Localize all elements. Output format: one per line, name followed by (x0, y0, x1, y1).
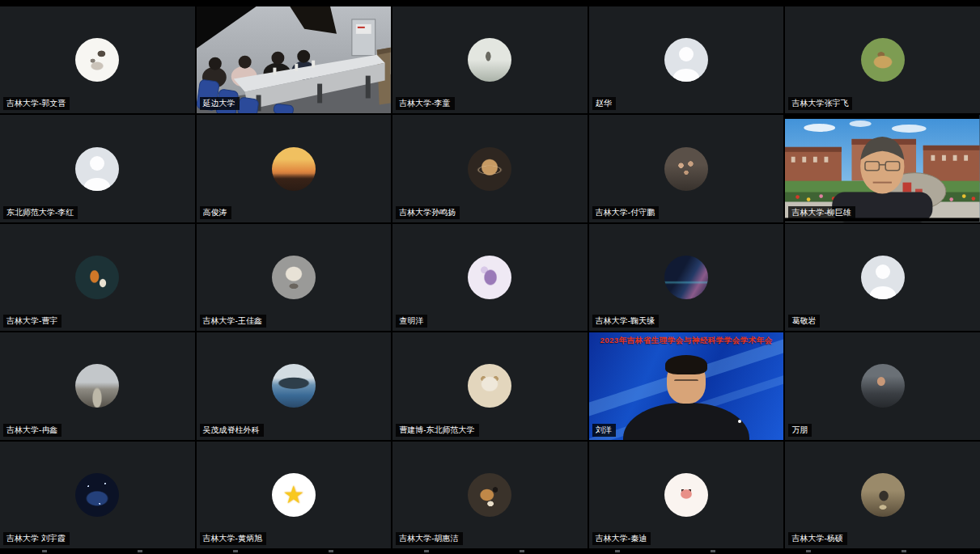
participant-tile[interactable]: 万朋 (785, 332, 980, 439)
participant-name: 吉林大学-鞠天缘 (592, 315, 659, 328)
participant-name: 查明洋 (396, 315, 427, 328)
participant-tile[interactable]: 东北师范大学-李红 (0, 115, 195, 222)
participant-tile[interactable]: 葛敬岩 (785, 224, 980, 331)
photo-avatar (75, 473, 119, 517)
participant-name: 吉林大学-付守鹏 (592, 206, 659, 219)
cat-avatar (468, 364, 511, 408)
participant-tile[interactable]: 吉林大学张宇飞 (785, 6, 980, 113)
dog-avatar (468, 473, 511, 517)
anime-avatar (468, 256, 511, 299)
participant-tile[interactable]: 吉林大学-付守鹏 (589, 115, 784, 222)
participant-tile[interactable]: 吉林大学-柳巨雄 (785, 115, 980, 222)
participant-name: 吉林大学-黄炳旭 (200, 532, 266, 545)
participant-name: 吉林大学-郭文晋 (3, 97, 70, 110)
participant-tile[interactable]: ★ 吉林大学-黄炳旭 (197, 442, 392, 548)
participant-tile[interactable]: 赵华 (589, 6, 784, 113)
participant-name: 吉林大学-李童 (396, 97, 454, 110)
participant-name: 吉林大学-秦迪 (592, 532, 651, 545)
cartoon-pig-avatar (664, 473, 708, 517)
default-avatar-icon (664, 38, 708, 82)
bottom-bar (0, 548, 980, 552)
participant-name: 万朋 (788, 424, 812, 437)
cartoon-avatar (272, 256, 316, 299)
participant-tile-speaking[interactable]: 2023年吉林省生理学会与神经科学学会学术年会 刘洋 (589, 332, 784, 439)
gallery-grid: 吉林大学-郭文晋 (0, 6, 980, 548)
participant-tile[interactable]: 吉林大学孙鸣扬 (392, 115, 588, 222)
photo-avatar (75, 256, 119, 299)
default-avatar-icon (861, 256, 905, 299)
participant-tile[interactable]: 吉林大学-杨硕 (785, 442, 980, 548)
photo-avatar (664, 147, 708, 191)
participant-name: 吉林大学-冉鑫 (3, 424, 62, 437)
participant-name: 吉林大学-王佳鑫 (200, 315, 266, 328)
participant-name: 吉林大学 刘宇霞 (3, 532, 70, 545)
photo-avatar (861, 364, 905, 408)
participant-name: 吉林大学张宇飞 (788, 97, 852, 110)
photo-avatar (861, 473, 905, 517)
participant-name: 吉林大学-曹宇 (3, 315, 62, 328)
next-row-edge-marks (0, 550, 980, 552)
participant-name: 葛敬岩 (788, 315, 820, 328)
photo-avatar (664, 256, 708, 299)
speaker-body (623, 403, 749, 440)
star-avatar: ★ (272, 473, 316, 517)
person-silhouette-icon (876, 264, 890, 279)
participant-name: 赵华 (592, 97, 616, 110)
participant-tile[interactable]: 查明洋 (392, 224, 588, 331)
participant-name: 高俊涛 (200, 206, 231, 219)
participant-tile[interactable]: 吉林大学-李童 (392, 6, 588, 113)
photo-avatar (272, 147, 316, 191)
participant-name: 刘洋 (592, 424, 616, 437)
participant-tile[interactable]: 吉林大学-曹宇 (0, 224, 195, 331)
participant-tile[interactable]: 吉林大学-王佳鑫 (197, 224, 392, 331)
participant-name: 吉林大学孙鸣扬 (396, 206, 460, 219)
participant-tile[interactable]: 吉林大学-郭文晋 (0, 6, 195, 113)
participant-tile[interactable]: 曹建博-东北师范大学 (392, 332, 588, 439)
participant-tile[interactable]: 吴茂成脊柱外科 (197, 332, 392, 439)
participant-name: 吉林大学-柳巨雄 (788, 206, 855, 219)
person-silhouette-icon (679, 47, 694, 61)
participant-tile[interactable]: 吉林大学-鞠天缘 (589, 224, 784, 331)
star-icon: ★ (282, 483, 304, 507)
speaker-head (667, 358, 706, 404)
participant-name: 吉林大学-杨硕 (788, 532, 846, 545)
participant-name: 东北师范大学-李红 (3, 206, 78, 219)
participant-name: 延边大学 (200, 97, 240, 110)
person-silhouette-icon (90, 156, 104, 171)
participant-name: 吉林大学-胡惠洁 (396, 532, 462, 545)
participant-tile[interactable]: 吉林大学-冉鑫 (0, 332, 195, 439)
photo-avatar (75, 364, 119, 408)
photo-avatar (272, 364, 316, 408)
photo-avatar (861, 38, 905, 82)
top-bar (0, 0, 980, 6)
meeting-window: 吉林大学-郭文晋 (0, 0, 980, 554)
blue-backdrop-video: 2023年吉林省生理学会与神经科学学会学术年会 (589, 332, 784, 439)
default-avatar-icon (75, 147, 119, 191)
participant-name: 吴茂成脊柱外科 (200, 424, 264, 437)
participant-tile[interactable]: 吉林大学-胡惠洁 (392, 442, 588, 548)
participant-tile[interactable]: 吉林大学 刘宇霞 (0, 442, 195, 548)
photo-avatar (468, 38, 511, 82)
cartoon-doodle-avatar (75, 38, 119, 82)
participant-tile[interactable]: 高俊涛 (197, 115, 392, 222)
participant-name: 曹建博-东北师范大学 (396, 424, 478, 437)
conference-banner-text: 2023年吉林省生理学会与神经科学学会学术年会 (589, 336, 784, 346)
participant-tile[interactable]: 吉林大学-秦迪 (589, 442, 784, 548)
planet-avatar (468, 147, 511, 191)
participant-tile[interactable]: 延边大学 (197, 6, 392, 113)
